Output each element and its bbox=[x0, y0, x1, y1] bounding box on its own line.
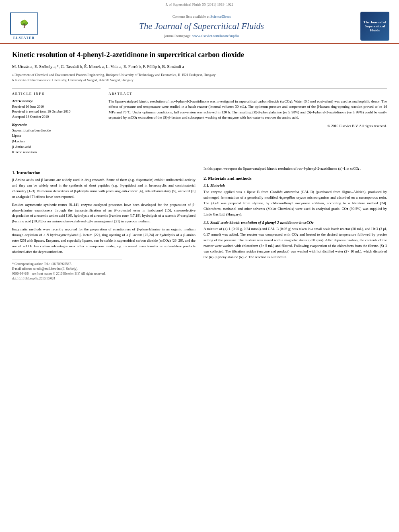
elsevier-name: ELSEVIER bbox=[13, 36, 35, 40]
section1-right-para: In this paper, we report the lipase-cata… bbox=[204, 166, 387, 172]
keyword-3: β-Lactam bbox=[12, 139, 101, 144]
homepage-url[interactable]: www.elsevier.com/locate/supflu bbox=[192, 34, 239, 38]
article-content: Kinetic resolution of 4-phenyl-2-azetidi… bbox=[0, 44, 399, 288]
section2-heading: 2. Materials and methods bbox=[204, 176, 387, 181]
footnote-divider bbox=[12, 259, 122, 259]
keyword-2: Lipase bbox=[12, 133, 101, 139]
journal-homepage: journal homepage: www.elsevier.com/locat… bbox=[165, 34, 239, 38]
info-abstract-section: ARTICLE INFO Article history: Received 1… bbox=[12, 88, 387, 155]
section-divider bbox=[12, 161, 387, 161]
section2-1-text: The enzyme applied was a lipase B from C… bbox=[204, 189, 387, 218]
footnote-issn: 0896-8446/$ – see front matter © 2010 El… bbox=[12, 271, 195, 276]
journal-citation: J. of Supercritical Fluids 55 (2011) 101… bbox=[0, 0, 399, 9]
affiliation-b: b Institute of Pharmaceutical Chemistry,… bbox=[12, 78, 387, 83]
section1-heading: 1. Introduction bbox=[12, 170, 195, 175]
body-right-column: In this paper, we report the lipase-cata… bbox=[204, 166, 387, 281]
affiliation-a: a Department of Chemical and Environment… bbox=[12, 72, 387, 78]
affiliations: a Department of Chemical and Environment… bbox=[12, 72, 387, 83]
history-label: Article history: bbox=[12, 99, 101, 103]
sciencedirect-link[interactable]: ScienceDirect bbox=[210, 14, 230, 18]
abstract-column: ABSTRACT The lipase-catalysed kinetic re… bbox=[109, 88, 387, 155]
contents-available-line: Contents lists available at ScienceDirec… bbox=[173, 14, 231, 18]
section2-1-heading: 2.1. Materials bbox=[204, 184, 387, 188]
revised-date: Received in revised form 16 October 2010 bbox=[12, 109, 101, 114]
section2-2-text: A mixture of (±)-1 (0.05 g, 0.34 mmol) a… bbox=[204, 226, 387, 260]
keyword-4: β-Amino acid bbox=[12, 144, 101, 150]
journal-logo-icon: The Journal ofSupercriticalFluids bbox=[363, 20, 386, 32]
footnote-email: E-mail address: sz-edit@mail.bme.hu (E. … bbox=[12, 267, 195, 271]
keywords-label: Keywords: bbox=[12, 123, 101, 127]
section1-para2: Besides asymmetric synthetic routes [8–1… bbox=[12, 202, 195, 225]
authors-line: M. Utczás a, E. Székely a,*, G. Tasnádi … bbox=[12, 64, 387, 70]
received-date: Received 16 June 2010 bbox=[12, 104, 101, 109]
article-info-column: ARTICLE INFO Article history: Received 1… bbox=[12, 88, 101, 155]
journal-title-area: Contents lists available at ScienceDirec… bbox=[48, 12, 355, 41]
accepted-date: Accepted 18 October 2010 bbox=[12, 114, 101, 119]
elsevier-tree-icon: 🌳 bbox=[20, 20, 29, 27]
journal-main-title: The Journal of Supercritical Fluids bbox=[139, 21, 264, 31]
copyright-notice: © 2010 Elsevier B.V. All rights reserved… bbox=[109, 124, 387, 128]
article-info-label: ARTICLE INFO bbox=[12, 92, 101, 96]
keyword-5: Kinetic resolution bbox=[12, 150, 101, 155]
article-title: Kinetic resolution of 4-phenyl-2-azetidi… bbox=[12, 50, 387, 60]
section1-para1: β-Amino acids and β-lactams are widely u… bbox=[12, 177, 195, 200]
keywords-section: Keywords: Supercritical carbon dioxide L… bbox=[12, 123, 101, 155]
section1-para3: Enzymatic methods were recently reported… bbox=[12, 227, 195, 255]
journal-header-bar: 🌳 ELSEVIER Contents lists available at S… bbox=[0, 9, 399, 44]
abstract-label: ABSTRACT bbox=[109, 92, 387, 96]
section2-2-heading: 2.2. Small-scale kinetic resolution of 4… bbox=[204, 220, 387, 225]
keyword-1: Supercritical carbon dioxide bbox=[12, 128, 101, 134]
footnote-doi: doi:10.1016/j.supflu.2010.10.024 bbox=[12, 276, 195, 281]
body-left-column: 1. Introduction β-Amino acids and β-lact… bbox=[12, 166, 195, 281]
body-content: 1. Introduction β-Amino acids and β-lact… bbox=[12, 166, 387, 281]
elsevier-logo: 🌳 ELSEVIER bbox=[8, 12, 44, 41]
abstract-text: The lipase-catalysed kinetic resolution … bbox=[109, 99, 387, 121]
article-history: Article history: Received 16 June 2010 R… bbox=[12, 99, 101, 119]
journal-logo-box: The Journal ofSupercriticalFluids bbox=[360, 12, 389, 41]
journal-logo-right: The Journal ofSupercriticalFluids bbox=[359, 12, 391, 41]
footnote-corresponding: * Corresponding author. Tel.: +36 703925… bbox=[12, 262, 195, 267]
elsevier-logo-box: 🌳 bbox=[10, 12, 38, 35]
